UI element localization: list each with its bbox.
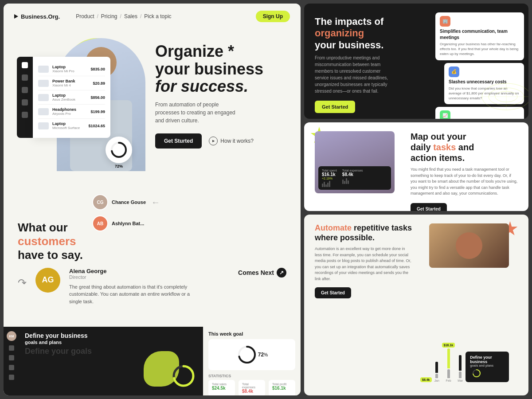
stat-val-2: $16.1k: [272, 386, 292, 391]
testimonial-line2: have to say.: [18, 248, 83, 262]
stat-total-profit: Total profit $16.1k: [269, 380, 295, 395]
dash-main-title: Define your business: [25, 332, 198, 340]
signup-button[interactable]: Sign Up: [256, 11, 290, 22]
stat-total-sales: Total sales $24.5k: [208, 380, 235, 395]
map-tasks-cta-button[interactable]: Get Started: [411, 203, 447, 211]
product-name-4: Headphones: [52, 107, 87, 112]
sidebar-icon-4[interactable]: [22, 99, 28, 106]
dash-avatar-small: KM: [7, 331, 16, 341]
product-thumb-3: [38, 94, 49, 101]
chart-val-1: $8.4k: [420, 377, 432, 382]
automate-info: Automate repetitive tasks where possible…: [315, 223, 413, 387]
stat-label-expenses: Total expenses: [342, 169, 363, 172]
dash-icon-home[interactable]: [9, 345, 14, 351]
impact-card-title-1: Simplifies communication, team meetings: [440, 28, 520, 41]
impact-card-1: 🏢 Simplifies communication, team meeting…: [435, 12, 524, 60]
impact-icon-2: 💰: [449, 66, 459, 77]
product-info-4: Headphones Airpods Pro: [52, 107, 87, 116]
testimonial-content: ↷ AG Alena George Director The great thi…: [18, 268, 286, 305]
how-it-works[interactable]: ▶ How it works?: [209, 137, 254, 145]
impacts-cta-button[interactable]: Get Started: [315, 101, 355, 113]
product-info-2: Power Bank Xiaomi Mi 4: [52, 79, 89, 87]
dash-icon-list[interactable]: [9, 365, 14, 370]
map-tasks-info: Map out your daily tasks and action item…: [411, 131, 518, 202]
nav-product[interactable]: Product: [76, 13, 94, 20]
sidebar-product-area: Laptop Xiaomi Mi Pro $835.00 Power Bank …: [17, 57, 110, 138]
play-icon-small: ▶: [209, 137, 218, 145]
stat-name-0: Total sales: [212, 383, 231, 386]
impact-icon-1: 🏢: [440, 16, 450, 27]
impacts-title-line2: your business.: [315, 39, 383, 51]
product-model-4: Airpods Pro: [52, 112, 87, 116]
dash-sidebar: KM: [4, 327, 20, 395]
map-tasks-line2: daily: [411, 142, 431, 152]
nav-pricing[interactable]: Pricing: [101, 13, 117, 20]
dash-icon-gear[interactable]: [9, 375, 14, 380]
dash-stats: Statistics Total sales $24.5k Total expe…: [208, 374, 295, 395]
hero-title-line2: your business: [155, 60, 263, 78]
stat-overlay-2: Total expenses $8.4k: [342, 169, 363, 187]
product-list-card: Laptop Xiaomi Mi Pro $835.00 Power Bank …: [33, 57, 110, 138]
get-started-button[interactable]: Get Sturted: [155, 133, 202, 149]
product-name-2: Power Bank: [52, 79, 89, 83]
automate-img: [429, 223, 509, 268]
hero-actions: Get Sturted ▶ How it works?: [155, 133, 286, 149]
logo-area: Business.Org.: [14, 13, 60, 20]
reviewer-title: Director: [69, 274, 229, 280]
impact-card-body-1: Organizing your business has other far-r…: [440, 42, 520, 57]
hero-text: Organize * your business for success. Fr…: [155, 34, 286, 149]
map-tasks-line4: action items.: [411, 153, 465, 163]
product-name-3: Laptop: [52, 93, 87, 98]
week-goal-percent: 72: [258, 352, 264, 358]
task-img-placeholder: Total spent $16.1k +2.19% Total expenses: [315, 131, 395, 193]
product-item-3[interactable]: Laptop Asus ZenBook $856.00: [38, 90, 105, 105]
nav-pick-topic[interactable]: Pick a topic: [144, 13, 171, 20]
sidebar-icon-3[interactable]: [22, 87, 28, 93]
dash-icon-chart[interactable]: [9, 355, 14, 360]
product-info-1: Laptop Xiaomi Mi Pro: [52, 65, 87, 73]
stat-name-2: Total profit: [272, 383, 292, 386]
nav-sales[interactable]: Sales: [124, 13, 137, 20]
automate-card: Automate repetitive tasks where possible…: [304, 215, 528, 395]
automate-highlight: Automate: [315, 223, 352, 232]
right-panel: The impacts of organizing your business.…: [304, 4, 528, 395]
product-price-5: $1024.65: [88, 124, 105, 128]
product-thumb-1: [38, 66, 49, 73]
testimonial-highlight: customers: [18, 235, 76, 248]
product-price-4: $199.99: [90, 110, 105, 114]
navbar: Business.Org. Product / Pricing / Sales …: [4, 4, 301, 29]
network-lines: [480, 70, 528, 119]
comes-next-button[interactable]: Comes Next ↗: [238, 268, 286, 278]
map-tasks-card: Total spent $16.1k +2.19% Total expenses: [304, 122, 528, 211]
product-item-4[interactable]: Headphones Airpods Pro $199.99: [38, 105, 105, 119]
mini-wave-1: [322, 180, 337, 187]
how-it-works-label: How it works?: [220, 138, 254, 144]
comes-next-arrow-icon: ↗: [277, 268, 286, 278]
stat-val-spent: $16.1k: [322, 172, 337, 177]
stat-change-spent: +2.19%: [322, 177, 337, 180]
automate-desc: Automation is an excellent way to get mo…: [315, 246, 412, 282]
impact-icon-3: 📈: [440, 110, 450, 119]
dash-main: Define your business goals and plans Def…: [20, 327, 203, 395]
product-price-1: $835.00: [90, 67, 105, 71]
define-card-title: Define your business: [470, 355, 505, 364]
sidebar-icon-2[interactable]: [22, 74, 28, 81]
sidebar-icon-settings[interactable]: [22, 112, 28, 118]
chart-label-jan: Jan: [434, 379, 439, 382]
bottom-dashboard: KM Define your business goals and plans …: [4, 327, 301, 395]
stat-total-expenses: Total expenses $8.4k: [239, 380, 265, 395]
sidebar-icon-home[interactable]: [22, 62, 28, 68]
hero-subtitle: From automation of people processes to c…: [155, 101, 244, 125]
product-item-1[interactable]: Laptop Xiaomi Mi Pro $835.00: [38, 62, 105, 76]
product-item-5[interactable]: Laptop Microsoft Surface $1024.65: [38, 119, 105, 133]
arrow-indicator-1: ←: [151, 197, 160, 207]
reviewer-info: Alena George Director The great thing ab…: [69, 268, 229, 305]
product-item-2[interactable]: Power Bank Xiaomi Mi 4 $20.89: [38, 76, 105, 90]
automate-cta-button[interactable]: Get Started: [315, 287, 351, 298]
product-price-3: $856.00: [90, 95, 105, 100]
stat-val-0: $24.5k: [212, 386, 231, 391]
chart-label-feb: Feb: [446, 379, 451, 382]
impacts-desc: From unproductive meetings and miscommun…: [315, 55, 395, 94]
progress-label: 72%: [106, 164, 132, 168]
avatar-item-2: AB Ashlynn Bat...: [92, 215, 160, 231]
